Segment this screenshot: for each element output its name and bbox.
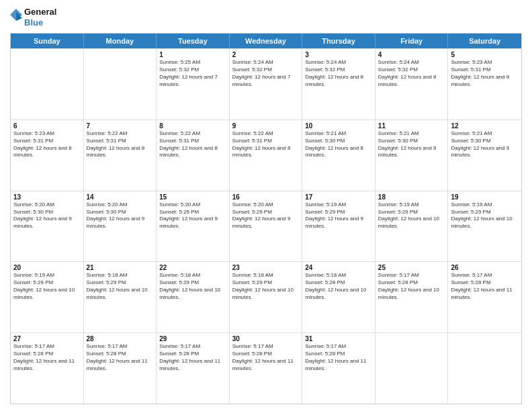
header-day-saturday: Saturday xyxy=(448,34,521,48)
day-number: 5 xyxy=(451,51,519,58)
day-daylight: Daylight: 12 hours and 9 minutes. xyxy=(305,216,372,230)
day-sunset: Sunset: 5:32 PM xyxy=(232,66,300,74)
day-number: 31 xyxy=(305,335,372,342)
calendar-day-20: 20 Sunrise: 5:19 AM Sunset: 5:29 PM Dayl… xyxy=(11,262,84,332)
day-sunset: Sunset: 5:31 PM xyxy=(232,138,300,145)
day-sunset: Sunset: 5:31 PM xyxy=(87,138,154,145)
day-sunset: Sunset: 5:29 PM xyxy=(232,279,300,287)
day-sunset: Sunset: 5:29 PM xyxy=(378,209,445,216)
day-number: 12 xyxy=(451,122,519,130)
day-sunset: Sunset: 5:29 PM xyxy=(305,209,372,216)
day-daylight: Daylight: 12 hours and 8 minutes. xyxy=(159,145,226,160)
day-daylight: Daylight: 12 hours and 7 minutes. xyxy=(159,74,226,89)
day-daylight: Daylight: 12 hours and 9 minutes. xyxy=(451,145,519,160)
day-sunset: Sunset: 5:31 PM xyxy=(451,66,519,74)
day-daylight: Daylight: 12 hours and 10 minutes. xyxy=(378,216,445,230)
day-daylight: Daylight: 12 hours and 8 minutes. xyxy=(232,145,300,160)
calendar-day-29: 29 Sunrise: 5:17 AM Sunset: 5:28 PM Dayl… xyxy=(157,333,230,404)
calendar-day-31: 31 Sunrise: 5:17 AM Sunset: 5:28 PM Dayl… xyxy=(302,333,375,404)
calendar-day-1: 1 Sunrise: 5:25 AM Sunset: 5:32 PM Dayli… xyxy=(157,49,230,120)
calendar-day-13: 13 Sunrise: 5:20 AM Sunset: 5:30 PM Dayl… xyxy=(11,191,84,262)
day-daylight: Daylight: 12 hours and 9 minutes. xyxy=(159,216,226,230)
day-sunset: Sunset: 5:28 PM xyxy=(451,279,519,287)
header-day-tuesday: Tuesday xyxy=(157,34,230,48)
day-daylight: Daylight: 12 hours and 8 minutes. xyxy=(87,145,154,160)
day-daylight: Daylight: 12 hours and 11 minutes. xyxy=(87,358,154,373)
calendar-day-30: 30 Sunrise: 5:17 AM Sunset: 5:28 PM Dayl… xyxy=(230,333,303,404)
calendar-day-6: 6 Sunrise: 5:23 AM Sunset: 5:31 PM Dayli… xyxy=(11,120,84,191)
day-number: 21 xyxy=(87,264,154,271)
calendar-day-5: 5 Sunrise: 5:23 AM Sunset: 5:31 PM Dayli… xyxy=(448,49,521,120)
day-sunrise: Sunrise: 5:18 AM xyxy=(305,272,372,279)
day-number: 13 xyxy=(13,193,81,201)
day-sunset: Sunset: 5:29 PM xyxy=(13,279,81,287)
calendar-day-8: 8 Sunrise: 5:22 AM Sunset: 5:31 PM Dayli… xyxy=(157,120,230,191)
day-sunrise: Sunrise: 5:21 AM xyxy=(451,130,519,138)
day-daylight: Daylight: 12 hours and 10 minutes. xyxy=(305,287,372,302)
day-number: 8 xyxy=(159,122,226,130)
day-number: 20 xyxy=(13,264,81,271)
day-sunset: Sunset: 5:30 PM xyxy=(305,138,372,145)
day-sunset: Sunset: 5:28 PM xyxy=(13,351,81,358)
day-daylight: Daylight: 12 hours and 8 minutes. xyxy=(378,74,445,89)
day-daylight: Daylight: 12 hours and 11 minutes. xyxy=(305,358,372,373)
day-daylight: Daylight: 12 hours and 9 minutes. xyxy=(87,216,154,230)
header-day-wednesday: Wednesday xyxy=(230,34,303,48)
day-sunset: Sunset: 5:30 PM xyxy=(451,138,519,145)
day-sunset: Sunset: 5:29 PM xyxy=(159,279,226,287)
day-number: 19 xyxy=(451,193,519,201)
day-daylight: Daylight: 12 hours and 7 minutes. xyxy=(232,74,300,89)
calendar-day-24: 24 Sunrise: 5:18 AM Sunset: 5:28 PM Dayl… xyxy=(302,262,375,332)
day-number: 16 xyxy=(232,193,300,201)
day-sunrise: Sunrise: 5:19 AM xyxy=(451,201,519,209)
day-sunrise: Sunrise: 5:22 AM xyxy=(232,130,300,138)
day-sunrise: Sunrise: 5:22 AM xyxy=(159,130,226,138)
day-sunrise: Sunrise: 5:18 AM xyxy=(232,272,300,279)
calendar-day-26: 26 Sunrise: 5:17 AM Sunset: 5:28 PM Dayl… xyxy=(448,262,521,332)
day-number: 23 xyxy=(232,264,300,271)
calendar-day-18: 18 Sunrise: 5:19 AM Sunset: 5:29 PM Dayl… xyxy=(375,191,449,262)
day-number: 14 xyxy=(87,193,154,201)
day-daylight: Daylight: 12 hours and 10 minutes. xyxy=(13,287,81,302)
day-sunrise: Sunrise: 5:17 AM xyxy=(13,343,81,351)
day-number: 22 xyxy=(159,264,226,271)
day-sunrise: Sunrise: 5:25 AM xyxy=(159,59,226,66)
day-daylight: Daylight: 12 hours and 9 minutes. xyxy=(13,216,81,230)
logo-text-line1: General xyxy=(24,7,56,17)
day-number: 24 xyxy=(305,264,372,271)
calendar-day-4: 4 Sunrise: 5:24 AM Sunset: 5:32 PM Dayli… xyxy=(375,49,449,120)
day-number: 2 xyxy=(232,51,300,58)
day-sunset: Sunset: 5:30 PM xyxy=(87,209,154,216)
logo-text-line2: Blue xyxy=(24,17,56,28)
calendar-day-22: 22 Sunrise: 5:18 AM Sunset: 5:29 PM Dayl… xyxy=(157,262,230,332)
day-daylight: Daylight: 12 hours and 8 minutes. xyxy=(305,74,372,89)
day-sunset: Sunset: 5:28 PM xyxy=(232,351,300,358)
calendar-day-2: 2 Sunrise: 5:24 AM Sunset: 5:32 PM Dayli… xyxy=(230,49,303,120)
day-sunrise: Sunrise: 5:24 AM xyxy=(305,59,372,66)
day-number: 25 xyxy=(378,264,445,271)
calendar-week-3: 13 Sunrise: 5:20 AM Sunset: 5:30 PM Dayl… xyxy=(11,191,521,262)
day-daylight: Daylight: 12 hours and 10 minutes. xyxy=(232,287,300,302)
calendar-day-11: 11 Sunrise: 5:21 AM Sunset: 5:30 PM Dayl… xyxy=(375,120,449,191)
day-sunrise: Sunrise: 5:19 AM xyxy=(13,272,81,279)
day-number: 10 xyxy=(305,122,372,130)
day-sunset: Sunset: 5:32 PM xyxy=(305,66,372,74)
calendar-day-empty xyxy=(448,333,521,404)
day-daylight: Daylight: 12 hours and 11 minutes. xyxy=(451,287,519,302)
day-number: 26 xyxy=(451,264,519,271)
day-sunrise: Sunrise: 5:17 AM xyxy=(87,343,154,351)
day-sunset: Sunset: 5:32 PM xyxy=(159,66,226,74)
day-number: 29 xyxy=(159,335,226,342)
day-sunset: Sunset: 5:28 PM xyxy=(305,279,372,287)
header-day-friday: Friday xyxy=(375,34,449,48)
day-daylight: Daylight: 12 hours and 8 minutes. xyxy=(451,74,519,89)
day-sunset: Sunset: 5:28 PM xyxy=(378,279,445,287)
day-sunset: Sunset: 5:30 PM xyxy=(13,209,81,216)
day-number: 27 xyxy=(13,335,81,342)
day-number: 11 xyxy=(378,122,445,130)
calendar-day-28: 28 Sunrise: 5:17 AM Sunset: 5:28 PM Dayl… xyxy=(84,333,157,404)
day-number: 4 xyxy=(378,51,445,58)
day-sunrise: Sunrise: 5:21 AM xyxy=(305,130,372,138)
day-sunset: Sunset: 5:31 PM xyxy=(13,138,81,145)
day-sunrise: Sunrise: 5:21 AM xyxy=(378,130,445,138)
